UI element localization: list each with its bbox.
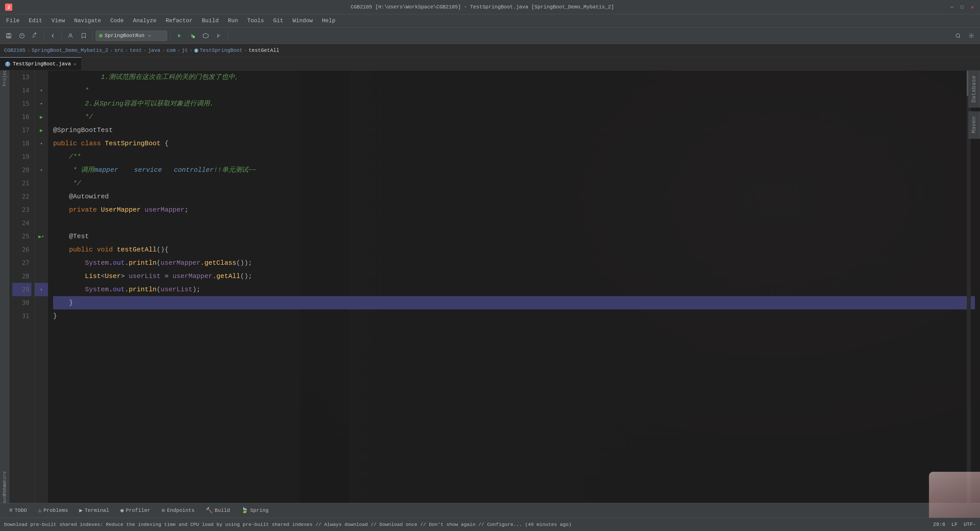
code-line-20: */ <box>53 177 975 190</box>
menu-item-file[interactable]: File <box>2 16 24 26</box>
more-button[interactable] <box>213 30 224 41</box>
profile-button[interactable] <box>65 30 76 41</box>
tab-testspringboot[interactable]: T TestSpringBoot.java ✕ <box>0 57 82 70</box>
run-button[interactable] <box>173 30 185 41</box>
run-config-label: SpringBootRun <box>105 33 145 38</box>
svg-point-6 <box>69 34 72 36</box>
save-button[interactable] <box>3 30 14 41</box>
tab-label: TestSpringBoot.java <box>13 61 71 67</box>
breadcrumb-test[interactable]: test <box>130 48 142 53</box>
menu-item-code[interactable]: Code <box>106 16 128 26</box>
todo-tab[interactable]: ≡ TODO <box>4 505 32 516</box>
menu-item-run[interactable]: Run <box>224 16 242 26</box>
cursor-position[interactable]: 29:6 <box>933 521 945 528</box>
project-panel-toggle[interactable]: Project <box>0 72 9 81</box>
left-sidebar: Project Structure Favorites <box>0 70 9 503</box>
breadcrumb-jt[interactable]: jt <box>182 48 188 53</box>
code-line-17: public class TestSpringBoot { <box>53 137 975 150</box>
code-line-18: /** <box>53 150 975 163</box>
svg-text:C: C <box>196 49 197 52</box>
gutter: ▾ ▾ ▶ ▶ ▾ ▾ <box>35 70 48 503</box>
terminal-tab[interactable]: ▶ Terminal <box>74 505 114 516</box>
run-config-selector[interactable]: SpringBootRun <box>96 30 167 41</box>
code-line-13: 1.测试范围在这次在工科的关的门包发了也中。 <box>53 70 975 84</box>
endpoints-tab[interactable]: ⊙ Endpoints <box>156 505 200 516</box>
menu-item-navigate[interactable]: Navigate <box>70 16 105 26</box>
code-line-30: } <box>53 309 975 323</box>
breadcrumb-java[interactable]: java <box>148 48 160 53</box>
breadcrumb-class[interactable]: C TestSpringBoot <box>194 48 242 53</box>
breadcrumb-src[interactable]: src <box>115 48 124 53</box>
code-line-15b: */ <box>53 110 975 124</box>
menu-item-tools[interactable]: Tools <box>243 16 268 26</box>
code-line-31 <box>53 323 975 336</box>
database-panel-toggle[interactable]: Database <box>968 70 980 108</box>
menu-item-analyze[interactable]: Analyze <box>129 16 161 26</box>
spring-tab[interactable]: 🍃 Spring <box>236 505 274 516</box>
close-button[interactable]: ✕ <box>969 3 976 11</box>
maximize-button[interactable]: □ <box>959 3 966 11</box>
menu-item-edit[interactable]: Edit <box>25 16 46 26</box>
status-bar: Download pre-built shared indexes: Reduc… <box>0 518 980 531</box>
line-numbers: 13 14 15 16 17 18 19 20 21 22 23 24 25 2… <box>9 70 35 503</box>
svg-point-11 <box>956 34 959 37</box>
search-button[interactable] <box>953 30 964 41</box>
avatar-corner <box>929 472 980 518</box>
separator-1 <box>44 31 44 40</box>
svg-rect-3 <box>7 33 10 35</box>
main-layout: Project Structure Favorites 13 14 15 16 … <box>0 70 980 503</box>
status-message: Download pre-built shared indexes: Reduc… <box>4 522 933 528</box>
favorites-panel-toggle[interactable]: Favorites <box>0 490 9 498</box>
menu-item-view[interactable]: View <box>48 16 69 26</box>
debug-button[interactable] <box>187 30 198 41</box>
breadcrumb: CGB2105 › SpringBoot_Demo_Mybatis_2 › sr… <box>0 44 980 57</box>
build-tab[interactable]: 🔨 Build <box>200 505 235 516</box>
sync-button[interactable] <box>16 30 27 41</box>
code-editor: 13 14 15 16 17 18 19 20 21 22 23 24 25 2… <box>9 70 980 503</box>
breadcrumb-module[interactable]: SpringBoot_Demo_Mybatis_2 <box>32 48 108 53</box>
svg-point-12 <box>970 35 972 37</box>
code-line-28: System . out . println ( userList ); <box>53 283 975 296</box>
back-button[interactable] <box>47 30 59 41</box>
svg-point-5 <box>20 33 24 38</box>
breadcrumb-project[interactable]: CGB2105 <box>4 48 25 53</box>
code-line-22: private UserMapper userMapper ; <box>53 203 975 217</box>
tab-bar: T TestSpringBoot.java ✕ <box>0 57 980 70</box>
code-line-26: System . out . println ( userMapper . ge… <box>53 256 975 269</box>
refresh-button[interactable] <box>30 30 41 41</box>
status-right: 29:6 LF UTF- <box>933 521 976 528</box>
build-button[interactable] <box>200 30 211 41</box>
svg-rect-8 <box>193 36 194 37</box>
profiler-tab[interactable]: ◉ Profiler <box>115 505 156 516</box>
problems-tab[interactable]: ⚠ Problems <box>33 505 73 516</box>
separator-5 <box>228 31 228 40</box>
toolbar: SpringBootRun <box>0 27 980 44</box>
breadcrumb-com[interactable]: com <box>166 48 176 53</box>
title-bar: J CGB2105 [H:\Users\WorkSpace\CGB2105] -… <box>0 0 980 14</box>
encoding[interactable]: UTF- <box>964 521 976 528</box>
code-line-25: public void testGetAll (){ <box>53 243 975 256</box>
menu-item-build[interactable]: Build <box>198 16 223 26</box>
close-tab-button[interactable]: ✕ <box>73 61 76 67</box>
code-line-16: @SpringBootTest <box>53 124 975 137</box>
svg-rect-4 <box>7 36 11 38</box>
maven-panel-toggle[interactable]: Maven <box>968 111 980 139</box>
code-line-19: * 调用mapper service controller!!单元测试~~ <box>53 163 975 177</box>
menu-item-window[interactable]: Window <box>288 16 317 26</box>
code-content[interactable]: 1.测试范围在这次在工科的关的门包发了也中。 * 2.从Spring容器中可以获… <box>48 70 980 503</box>
bookmark-button[interactable] <box>78 30 89 41</box>
title-text: CGB2105 [H:\Users\WorkSpace\CGB2105] - T… <box>16 4 948 10</box>
editor-container: 13 14 15 16 17 18 19 20 21 22 23 24 25 2… <box>9 70 980 503</box>
settings-button[interactable] <box>966 30 977 41</box>
separator-3 <box>92 31 93 40</box>
window-controls: ─ □ ✕ <box>948 3 976 11</box>
code-line-24: @Test <box>53 230 975 243</box>
menu-bar: FileEditViewNavigateCodeAnalyzeRefactorB… <box>0 14 980 27</box>
menu-item-git[interactable]: Git <box>269 16 288 26</box>
menu-item-refactor[interactable]: Refactor <box>162 16 197 26</box>
separator-4 <box>170 31 170 40</box>
minimize-button[interactable]: ─ <box>948 3 956 11</box>
breadcrumb-method[interactable]: testGetAll <box>248 48 279 53</box>
line-ending[interactable]: LF <box>951 521 958 528</box>
menu-item-help[interactable]: Help <box>318 16 339 26</box>
